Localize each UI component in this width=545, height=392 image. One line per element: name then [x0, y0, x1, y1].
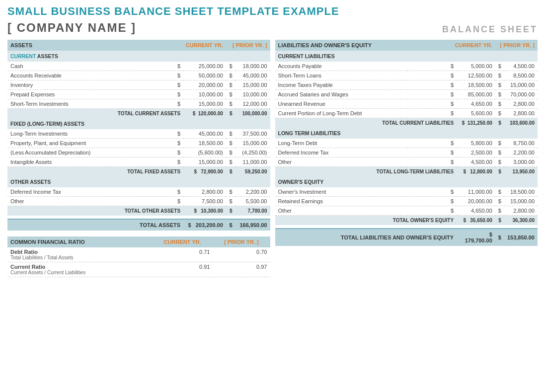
prior-yr-header-right: [ PRIOR YR. ] [495, 40, 538, 51]
table-row: Long-Term Investments $45,000.00 $37,500… [7, 129, 270, 139]
table-row: Deferred Income Tax $2,500.00 $2,200.00 [275, 148, 538, 157]
balance-sheet-label: BALANCE SHEET [442, 24, 538, 35]
table-row: Deferred Income Tax $2,800.00 $2,200.00 [7, 187, 270, 197]
assets-table: ASSETS CURRENT YR. [ PRIOR YR. ] CURRENT… [7, 40, 270, 231]
table-row: Owner's Investment $11,000.00 $18,500.00 [275, 187, 538, 197]
current-ratio-sublabel: Current Assets / Current Liabilities [10, 270, 149, 275]
assets-header: ASSETS [7, 40, 152, 51]
debt-ratio-sublabel: Total Liabilities / Total Assets [10, 255, 149, 260]
table-row: Short-Term Loans $12,500.00 $8,500.00 [275, 71, 538, 80]
table-row: Accounts Receivable $50,000.00 $45,000.0… [7, 71, 270, 80]
table-row: Current Portion of Long-Term Debt $5,600… [275, 109, 538, 118]
main-title: SMALL BUSINESS BALANCE SHEET TEMPLATE EX… [7, 5, 538, 18]
table-row: Inventory $20,000.00 $15,000.00 [7, 80, 270, 90]
table-row: Prepaid Expenses $10,000.00 $10,000.00 [7, 90, 270, 99]
total-owners-equity-row: TOTAL OWNER'S EQUITY $ 35,650.00 $36,300… [275, 216, 538, 226]
liabilities-header: LIABILITIES AND OWNER'S EQUITY [275, 40, 406, 51]
table-row: Cash $25,000.00 $18,000.00 [7, 62, 270, 71]
other-assets-header: OTHER ASSETS [7, 176, 270, 187]
table-row: Income Taxes Payable $18,500.00 $15,000.… [275, 80, 538, 90]
table-row: Other $4,650.00 $2,800.00 [275, 206, 538, 216]
table-row: Other $7,500.00 $5,500.00 [7, 197, 270, 206]
current-ratio-prior: 0.97 [213, 262, 270, 277]
total-current-liabilities-row: TOTAL CURRENT LIABILITIES $ 131,250.00 $… [275, 118, 538, 128]
total-other-assets-row: TOTAL OTHER ASSETS $ 10,300.00 $7,700.00 [7, 206, 270, 216]
right-panel: LIABILITIES AND OWNER'S EQUITY CURRENT Y… [275, 40, 538, 246]
prior-yr-header-left: [ PRIOR YR. ] [226, 40, 270, 51]
table-row: Long-Term Debt $5,800.00 $8,750.00 [275, 139, 538, 148]
debt-ratio-row: Debt Ratio Total Liabilities / Total Ass… [7, 247, 270, 262]
table-row: Retained Earnings $20,000.00 $15,000.00 [275, 197, 538, 206]
total-assets-row: TOTAL ASSETS $ 203,200.00 $166,950.00 [7, 219, 270, 231]
table-row: Property, Plant, and Equipment $18,500.0… [7, 139, 270, 148]
current-ratio-label: Current Ratio [10, 264, 149, 270]
table-row: Unearned Revenue $4,650.00 $2,800.00 [275, 99, 538, 109]
debt-ratio-curr: 0.71 [152, 247, 213, 262]
current-yr-header-right: CURRENT YR. [406, 40, 495, 51]
table-row: Accounts Payable $5,000.00 $4,500.00 [275, 62, 538, 71]
table-row: Short-Term Investments $15,000.00 $12,00… [7, 99, 270, 109]
debt-ratio-label: Debt Ratio [10, 249, 149, 255]
total-current-assets-row: TOTAL CURRENT ASSETS $ 120,000.00 $100,0… [7, 109, 270, 119]
company-name: [ COMPANY NAME ] [7, 21, 136, 35]
long-term-liabilities-header: LONG TERM LIABILITIES [275, 128, 538, 139]
table-row: Accrued Salaries and Wages $85,000.00 $7… [275, 90, 538, 99]
left-panel: ASSETS CURRENT YR. [ PRIOR YR. ] CURRENT… [7, 40, 270, 277]
table-row: Intangible Assets $15,000.00 $11,000.00 [7, 157, 270, 167]
ratio-prior-header: [ PRIOR YR. ] [213, 236, 270, 247]
total-liabilities-row: TOTAL LIABILITIES AND OWNER'S EQUITY $ 1… [275, 229, 538, 246]
spacer [7, 216, 270, 219]
liabilities-table: LIABILITIES AND OWNER'S EQUITY CURRENT Y… [275, 40, 538, 246]
current-liabilities-header: CURRENT LIABILITIES [275, 51, 538, 62]
fixed-assets-header: FIXED (LONG-TERM) ASSETS [7, 118, 270, 129]
ratio-header: COMMON FINANCIAL RATIO [7, 236, 152, 247]
owners-equity-header: OWNER'S EQUITY [275, 176, 538, 187]
ratio-curr-header: CURRENT YR. [152, 236, 213, 247]
current-yr-header-left: CURRENT YR. [152, 40, 226, 51]
total-fixed-assets-row: TOTAL FIXED ASSETS $ 72,900.00 $59,250.0… [7, 167, 270, 177]
current-ratio-row: Current Ratio Current Assets / Current L… [7, 262, 270, 277]
current-assets-header: CURRENT ASSETS [7, 51, 270, 62]
total-long-term-liabilities-row: TOTAL LONG-TERM LIABILITIES $ 12,800.00 … [275, 167, 538, 177]
table-row: Other $4,500.00 $3,000.00 [275, 157, 538, 167]
spacer [275, 225, 538, 229]
debt-ratio-prior: 0.70 [213, 247, 270, 262]
ratio-table: COMMON FINANCIAL RATIO CURRENT YR. [ PRI… [7, 236, 270, 277]
table-row: (Less Accumulated Depreciation) $(5,600.… [7, 148, 270, 157]
current-ratio-curr: 0.91 [152, 262, 213, 277]
